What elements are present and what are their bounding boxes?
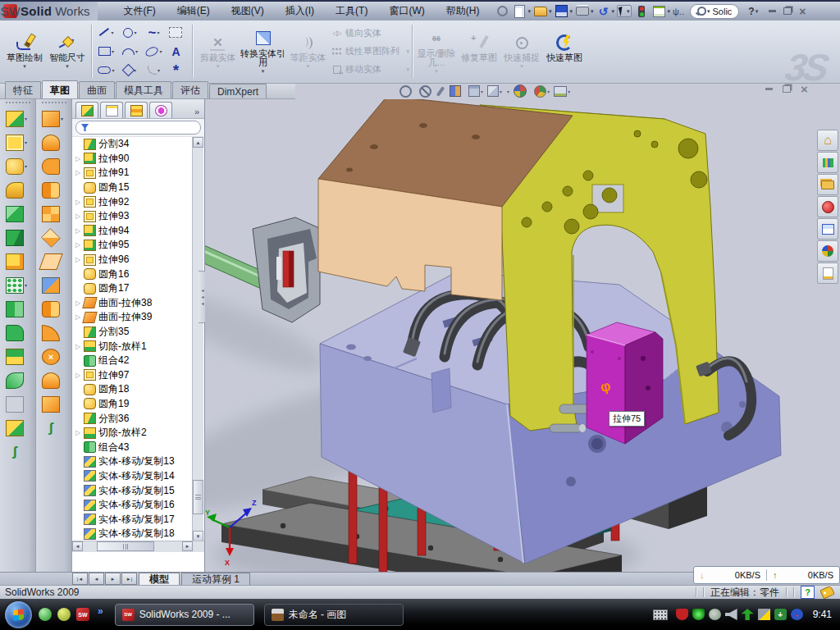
menu-item[interactable]: 编辑(E) bbox=[167, 1, 221, 21]
tab-nav-button[interactable]: ◄ bbox=[89, 573, 104, 585]
tree-item[interactable]: ▷ 圆角17 bbox=[72, 281, 194, 296]
save-button[interactable] bbox=[554, 5, 568, 18]
feature-tool-button[interactable]: ▾ bbox=[0, 107, 35, 130]
task-pane-tab[interactable] bbox=[817, 196, 838, 217]
tree-item[interactable]: ▷ 分割34 bbox=[72, 137, 194, 152]
tree-item[interactable]: ▷ 圆角15 bbox=[72, 180, 194, 195]
tab-nav-button[interactable]: ► bbox=[105, 573, 121, 585]
dropdown-arrow-icon[interactable]: ▾ bbox=[406, 48, 409, 55]
expand-arrow-icon[interactable]: ▷ bbox=[75, 313, 81, 321]
dropdown-arrow-icon[interactable]: ▾ bbox=[135, 48, 138, 54]
sketch-tool-button[interactable]: ▾ bbox=[94, 61, 118, 80]
menu-item[interactable]: 视图(V) bbox=[221, 1, 275, 21]
tree-horizontal-scrollbar[interactable]: ◄ ► bbox=[72, 541, 204, 552]
tree-item[interactable]: ▷ 组合42 bbox=[72, 354, 194, 368]
tree-filter-input[interactable] bbox=[75, 121, 201, 135]
dropdown-arrow-icon[interactable]: ▾ bbox=[500, 89, 502, 94]
sketch-tool-button[interactable]: ▾ bbox=[142, 42, 166, 61]
view-tool-button[interactable]: ▾ bbox=[534, 85, 550, 98]
expand-arrow-icon[interactable]: ▷ bbox=[75, 212, 81, 220]
command-button[interactable]: 移动实体 ▾ bbox=[331, 62, 409, 78]
command-button[interactable]: 镜向实体 ▾ bbox=[331, 25, 409, 42]
expand-arrow-icon[interactable]: ▷ bbox=[75, 343, 81, 350]
dropdown-arrow-icon[interactable]: ▾ bbox=[507, 89, 509, 94]
feature-tool-button[interactable]: ▾ bbox=[0, 416, 35, 440]
tree-item[interactable]: ▷ 实体-移动/复制15 bbox=[72, 483, 194, 498]
feature-tool-button[interactable]: ▾ bbox=[0, 345, 35, 368]
feature-tool-button[interactable]: ▾ bbox=[0, 297, 35, 321]
tree-item[interactable]: ▷ 实体-移动/复制18 bbox=[72, 527, 194, 541]
view-tool-button[interactable]: ▾ bbox=[554, 86, 570, 97]
expand-arrow-icon[interactable]: ▷ bbox=[75, 169, 81, 176]
view-tool-button[interactable]: ▾ bbox=[468, 85, 483, 97]
dropdown-arrow-icon[interactable]: ▾ bbox=[262, 68, 265, 75]
command-button[interactable]: 快速捕捉 ▾ bbox=[500, 22, 543, 80]
surface-tool-button[interactable]: ▾ bbox=[36, 345, 71, 368]
surface-tool-button[interactable]: ▾ bbox=[36, 297, 71, 321]
options-button[interactable] bbox=[651, 5, 666, 18]
dropdown-arrow-icon[interactable]: ▾ bbox=[217, 63, 220, 70]
surface-tool-button[interactable]: ▾ bbox=[36, 321, 71, 345]
sketch-tool-button[interactable]: ▾ bbox=[166, 42, 189, 61]
dropdown-arrow-icon[interactable]: ▾ bbox=[112, 67, 114, 73]
undo-button[interactable]: ↺ bbox=[596, 5, 610, 18]
command-manager-tab[interactable]: 曲面 bbox=[79, 81, 115, 98]
dropdown-arrow-icon[interactable]: ▾ bbox=[25, 116, 30, 121]
feature-tool-button[interactable]: ▾ bbox=[0, 154, 35, 178]
minimize-button[interactable] bbox=[769, 10, 776, 12]
task-pane-tab[interactable] bbox=[817, 262, 838, 284]
expand-arrow-icon[interactable]: ▷ bbox=[75, 227, 81, 235]
graphics-viewport[interactable]: φ Y Z X 拉伸75 bbox=[205, 99, 840, 572]
dropdown-arrow-icon[interactable]: ▾ bbox=[406, 66, 409, 73]
dropdown-arrow-icon[interactable]: ▾ bbox=[547, 89, 550, 94]
taskbar-window-button[interactable]: SW SolidWorks 2009 - ... bbox=[115, 604, 254, 626]
print-button[interactable] bbox=[575, 5, 590, 18]
quick-launch-icon[interactable]: SW bbox=[76, 608, 89, 621]
sketch-tool-button[interactable]: ▾ bbox=[142, 61, 166, 80]
tree-item[interactable]: ▷ 拉伸96 bbox=[72, 253, 194, 267]
panel-overflow-chevron[interactable]: » bbox=[194, 107, 203, 118]
tree-item[interactable]: ▷ 实体-移动/复制14 bbox=[72, 469, 194, 484]
surface-tool-button[interactable]: ▾ bbox=[36, 107, 71, 130]
command-button[interactable]: 草图绘制 ▾ bbox=[3, 22, 46, 80]
restore-button[interactable] bbox=[783, 7, 792, 15]
quick-tips-button[interactable]: ? bbox=[801, 586, 815, 599]
scroll-left-button[interactable]: ◄ bbox=[72, 541, 83, 551]
sketch-tool-button[interactable]: ▾ bbox=[94, 23, 118, 42]
sketch-tool-button[interactable]: ▾ bbox=[94, 42, 118, 61]
expand-arrow-icon[interactable]: ▷ bbox=[75, 155, 81, 162]
expand-arrow-icon[interactable]: ▷ bbox=[75, 372, 81, 379]
model-tab[interactable]: 运动算例 1 bbox=[181, 573, 250, 585]
scroll-thumb[interactable] bbox=[97, 541, 154, 551]
dropdown-arrow-icon[interactable]: ▾ bbox=[568, 89, 570, 94]
scroll-up-button[interactable]: ▲ bbox=[193, 137, 203, 148]
command-manager-tab[interactable]: 评估 bbox=[172, 81, 208, 98]
menu-item[interactable]: 工具(T) bbox=[325, 1, 378, 21]
expand-arrow-icon[interactable]: ▷ bbox=[75, 199, 81, 206]
tree-item[interactable]: ▷ 实体-移动/复制13 bbox=[72, 454, 194, 469]
feature-tool-button[interactable]: ▾ bbox=[0, 321, 35, 345]
quick-launch-chevron[interactable]: » bbox=[98, 605, 103, 617]
view-tool-button[interactable]: ▾ bbox=[514, 84, 530, 98]
start-button[interactable] bbox=[5, 601, 32, 628]
task-pane-tab[interactable] bbox=[817, 130, 838, 151]
model-tab[interactable]: 模型 bbox=[139, 573, 180, 585]
panel-tab[interactable] bbox=[125, 102, 148, 118]
command-button[interactable]: 智能尺寸 ▾ bbox=[46, 22, 89, 80]
view-tool-button[interactable]: ▾ bbox=[439, 86, 445, 97]
tray-icon[interactable] bbox=[709, 609, 721, 620]
feature-tool-button[interactable]: ▾ bbox=[0, 368, 35, 392]
tree-item[interactable]: ▷ 分割35 bbox=[72, 325, 194, 340]
surface-tool-button[interactable]: ▾ bbox=[36, 178, 71, 202]
tree-item[interactable]: ▷ 实体-移动/复制16 bbox=[72, 498, 194, 513]
command-button[interactable]: 修复草图 ▾ bbox=[458, 22, 500, 80]
tray-icon[interactable]: - bbox=[791, 609, 803, 620]
tab-nav-button[interactable]: |◄ bbox=[72, 573, 88, 585]
dropdown-arrow-icon[interactable]: ▾ bbox=[481, 89, 483, 94]
panel-tab[interactable] bbox=[149, 102, 172, 118]
command-manager-tab[interactable]: DimXpert bbox=[209, 84, 267, 98]
dropdown-arrow-icon[interactable]: ▾ bbox=[435, 68, 438, 75]
surface-tool-button[interactable]: ▾ bbox=[36, 273, 71, 297]
dropdown-arrow-icon[interactable]: ▾ bbox=[66, 63, 69, 70]
dropdown-arrow-icon[interactable]: ▾ bbox=[157, 30, 159, 35]
